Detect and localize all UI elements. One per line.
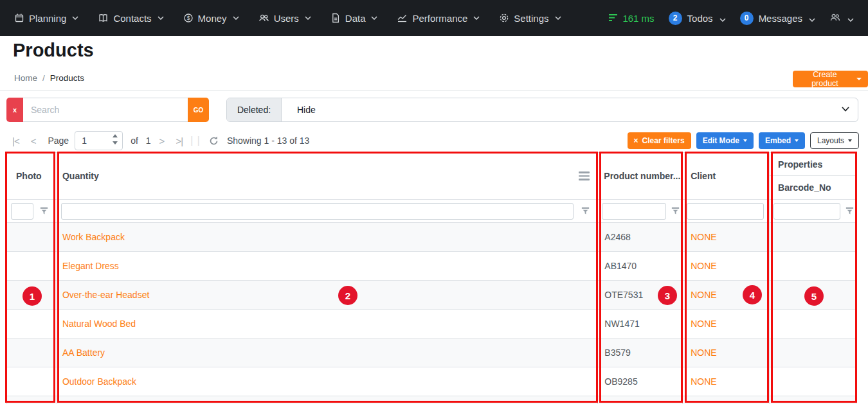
column-header-client[interactable]: Client [683,153,770,199]
column-header-photo[interactable]: Photo [7,153,57,199]
filter-funnel-icon[interactable] [845,206,854,216]
client-link[interactable]: NONE [691,261,716,271]
edit-mode-button[interactable]: Edit Mode [696,132,754,149]
chevron-down-icon [809,13,815,24]
of-label: of [131,136,138,146]
deleted-select[interactable]: Hide [282,98,858,121]
photo-filter-cell [7,200,57,222]
menu-item-data[interactable]: Data [330,13,378,24]
quantity-header-label: Quantity [62,171,99,181]
dollar-circle-icon: $ [183,13,194,23]
menu-label: Settings [514,13,548,24]
chevron-down-icon [233,16,239,20]
prev-page-button[interactable]: < [25,136,42,146]
users-icon [258,13,269,23]
next-page-button[interactable]: > [154,136,170,146]
product-number-cell: B3579 [598,338,683,367]
menu-item-contacts[interactable]: Contacts [98,13,163,24]
separator: | [190,134,193,147]
column-header-quantity[interactable]: Quantity [57,153,598,199]
separator: | [197,134,199,147]
account-menu[interactable] [829,12,854,24]
table-row: Natural Wood Bed NW1471 NONE [7,310,856,338]
client-link[interactable]: NONE [691,232,716,242]
page-number-input[interactable] [75,136,107,146]
clear-filters-button[interactable]: × Clear filters [628,132,691,149]
products-table: Photo Quantity Product number... Client … [6,152,856,404]
column-menu-icon[interactable] [579,171,590,180]
product-link[interactable]: Work Backpack [62,232,125,242]
book-icon [98,13,109,23]
properties-header-label: Properties [770,153,856,176]
photo-filter-input[interactable] [11,203,33,220]
filter-funnel-icon[interactable] [671,206,680,216]
breadcrumb-separator: / [42,73,45,83]
clear-search-button[interactable]: x [6,98,23,122]
last-page-button[interactable]: >| [170,136,188,146]
people-icon [829,12,841,24]
embed-button[interactable]: Embed [759,132,805,149]
breadcrumb-home-link[interactable]: Home [14,73,37,83]
latency-value: 161 ms [622,13,654,24]
table-toolbar: × Clear filters Edit Mode Embed Layouts [628,132,859,149]
refresh-icon[interactable] [208,136,219,146]
menu-item-money[interactable]: $ Money [183,13,239,24]
search-group: x GO [6,98,209,122]
product-link[interactable]: AA Battery [62,347,105,358]
chart-icon [397,13,408,23]
client-filter-cell [683,200,770,222]
messages-count-badge: 0 [740,12,754,25]
menu-label: Data [345,13,366,24]
client-link[interactable]: NONE [691,319,716,329]
product-name-cell: Over-the-ear Headset [57,281,598,309]
barcode-cell [770,310,856,338]
column-header-properties[interactable]: Properties Barcode_No [770,153,856,199]
layouts-button[interactable]: Layouts [810,132,859,149]
chevron-down-icon [371,16,377,20]
filter-funnel-icon[interactable] [39,206,49,216]
chevron-down-icon [842,107,849,112]
product-name-cell: Natural Wood Bed [57,310,598,338]
search-input[interactable] [23,98,188,122]
barcode-cell [770,223,856,251]
menu-item-users[interactable]: Users [258,13,311,24]
filter-funnel-icon[interactable] [581,206,590,216]
client-link[interactable]: NONE [691,376,716,387]
stepper-down-icon[interactable] [113,141,118,145]
product-link[interactable]: Over-the-ear Headset [62,290,149,300]
messages-label: Messages [759,13,802,24]
breadcrumb-current: Products [50,73,84,83]
client-filter-input[interactable] [687,203,764,220]
signal-icon [608,13,618,24]
client-link[interactable]: NONE [691,290,716,300]
product-link[interactable]: Natural Wood Bed [62,319,136,329]
barcode-cell [770,252,856,280]
stepper-up-icon[interactable] [113,134,118,137]
product-number-filter-input[interactable] [602,203,666,220]
chevron-down-icon [555,16,561,20]
photo-cell [7,223,57,251]
deleted-filter-label: Deleted: [227,98,282,121]
menu-label: Users [274,13,299,24]
table-row: Elegant Dress AB1470 NONE [7,252,856,281]
todos-menu[interactable]: 2 Todos [669,12,726,25]
chevron-down-icon [305,16,311,20]
column-header-product-number[interactable]: Product number... [598,153,683,199]
barcode-cell [770,338,856,367]
quantity-filter-input[interactable] [61,203,574,220]
chevron-down-icon [72,16,78,20]
menu-item-planning[interactable]: Planning [14,13,78,24]
product-link[interactable]: Elegant Dress [62,261,119,271]
menu-label: Money [198,13,227,24]
create-product-button[interactable]: Create product [793,71,868,87]
product-link[interactable]: Outdoor Backpack [62,376,136,387]
messages-menu[interactable]: 0 Messages [740,12,815,25]
first-page-button[interactable]: |< [6,136,25,146]
barcode-filter-input[interactable] [773,203,840,220]
clear-filters-label: Clear filters [642,136,685,145]
menu-item-settings[interactable]: Settings [499,13,561,24]
menu-item-performance[interactable]: Performance [397,13,480,24]
photo-cell [7,310,57,338]
client-link[interactable]: NONE [691,347,716,358]
search-go-button[interactable]: GO [188,98,209,122]
